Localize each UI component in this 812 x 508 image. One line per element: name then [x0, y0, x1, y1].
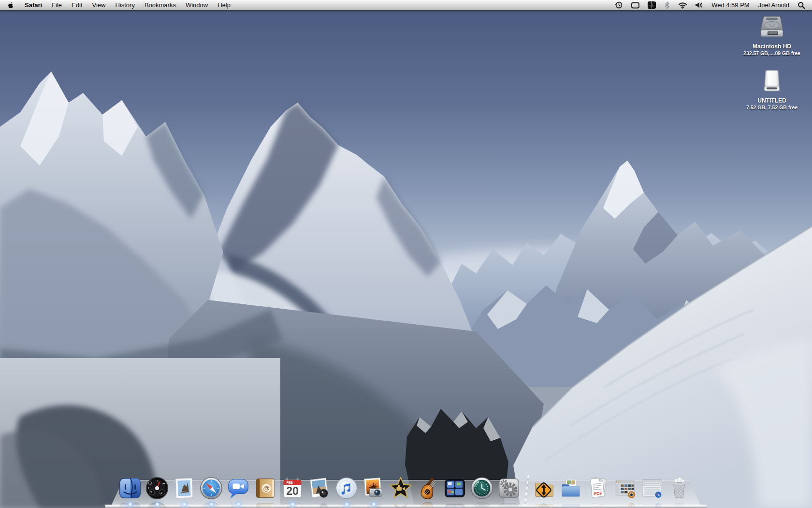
- dock-item-iphoto[interactable]: [362, 476, 386, 500]
- menu-view[interactable]: View: [87, 0, 111, 10]
- volume-icon: [695, 1, 703, 9]
- dock-item-imovie[interactable]: [389, 476, 413, 500]
- menu-app-safari[interactable]: Safari: [20, 0, 47, 10]
- volume-detail: 7.52 GB, 7.52 GB free: [736, 105, 808, 110]
- documents-stack-icon: [559, 476, 583, 500]
- address-book-icon: @: [253, 476, 277, 500]
- svg-text:+: +: [147, 486, 150, 491]
- dock-item-ichat[interactable]: [226, 476, 250, 500]
- dock-item-safari[interactable]: [199, 476, 223, 500]
- wifi-icon: [678, 1, 687, 9]
- dock-item-address-book[interactable]: @: [253, 476, 277, 500]
- volume-detail: 232.57 GB,....09 GB free: [736, 50, 808, 56]
- bluetooth-menu[interactable]: [660, 0, 674, 10]
- menu-file[interactable]: File: [47, 0, 67, 10]
- time-machine-dock-icon: [470, 476, 494, 500]
- running-indicator: [290, 502, 295, 507]
- dock: ♪ ☁ ◴ +: [110, 470, 702, 508]
- clock-menu[interactable]: Wed 4:59 PM: [707, 0, 754, 10]
- running-indicator: [182, 502, 187, 507]
- menu-help[interactable]: Help: [213, 0, 235, 10]
- spotlight-menu[interactable]: [794, 0, 809, 10]
- trash-full-icon: [667, 476, 691, 500]
- svg-text:@: @: [263, 485, 270, 492]
- internal-hard-drive-icon: [758, 15, 786, 40]
- menu-history[interactable]: History: [110, 0, 139, 10]
- dock-item-downloads-stack[interactable]: [532, 476, 556, 500]
- dashboard-icon: ♪ ☁ ◴ +: [145, 476, 169, 500]
- dock-item-itunes[interactable]: [334, 476, 359, 500]
- downloads-stack-icon: [532, 476, 556, 500]
- spotlight-icon: [798, 1, 805, 9]
- dock-item-system-preferences[interactable]: [497, 476, 521, 500]
- finder-icon: [118, 476, 142, 500]
- menu-edit[interactable]: Edit: [67, 0, 87, 10]
- apple-menu[interactable]: [0, 0, 20, 10]
- dock-item-time-machine[interactable]: [470, 476, 494, 500]
- svg-text:◴: ◴: [148, 480, 152, 485]
- ichat-icon: [226, 476, 250, 500]
- dock-item-ical[interactable]: FEB 20: [280, 476, 304, 500]
- spaces-menu[interactable]: 1: [644, 0, 660, 10]
- ichat-status-icon: [631, 1, 640, 9]
- running-indicator: [209, 502, 214, 507]
- volume-menu[interactable]: [691, 0, 707, 10]
- time-machine-menu[interactable]: [610, 0, 627, 10]
- bluetooth-icon: [664, 1, 670, 9]
- photo-booth-icon: [307, 476, 332, 500]
- mail-icon: [172, 476, 196, 500]
- menu-window[interactable]: Window: [181, 0, 213, 10]
- menu-bar: Safari File Edit View History Bookmarks …: [0, 0, 812, 11]
- running-indicator: [345, 502, 349, 507]
- dock-front-edge: [105, 505, 707, 508]
- menu-bookmarks[interactable]: Bookmarks: [140, 0, 181, 10]
- dock-item-pdf-stack[interactable]: PDF: [586, 476, 610, 500]
- running-indicator: [236, 502, 241, 507]
- dock-item-spaces[interactable]: [443, 476, 467, 500]
- ical-month: FEB: [287, 481, 293, 484]
- apple-icon: [7, 1, 14, 9]
- system-preferences-icon: [497, 476, 521, 500]
- itunes-icon: [334, 476, 359, 500]
- volume-label: Macintosh HD: [736, 43, 808, 50]
- minimized-iphoto-window-icon: [613, 476, 637, 500]
- dock-item-trash[interactable]: [667, 476, 691, 500]
- dock-item-mail[interactable]: [172, 476, 196, 500]
- menu-bar-left: Safari File Edit View History Bookmarks …: [0, 0, 235, 10]
- time-machine-icon: [614, 1, 623, 9]
- dock-item-finder[interactable]: [118, 476, 142, 500]
- removable-drive-icon: [761, 70, 783, 94]
- pdf-label: PDF: [594, 491, 603, 496]
- iphoto-icon: [362, 476, 386, 500]
- wifi-menu[interactable]: [674, 0, 691, 10]
- running-indicator: [128, 502, 132, 507]
- minimized-safari-window-icon: [640, 476, 664, 500]
- wallpaper-snowy-mountains: [0, 0, 812, 508]
- ichat-menu[interactable]: [627, 0, 644, 10]
- dock-item-minimized-safari-window[interactable]: [640, 476, 664, 500]
- dock-item-documents-stack[interactable]: [559, 476, 583, 500]
- svg-text:♪: ♪: [156, 478, 158, 483]
- imovie-icon: [389, 476, 413, 500]
- volume-untitled[interactable]: UNTITLED 7.52 GB, 7.52 GB free: [736, 70, 808, 110]
- dock-separator: [524, 474, 529, 500]
- safari-icon: [199, 476, 223, 500]
- volume-macintosh-hd[interactable]: Macintosh HD 232.57 GB,....09 GB free: [736, 15, 808, 56]
- menu-bar-status-area: 1 Wed 4:59 PM Joel Arnold: [610, 0, 812, 10]
- spaces-number: 1: [651, 2, 653, 8]
- user-menu[interactable]: Joel Arnold: [754, 0, 794, 10]
- ical-day: 20: [286, 485, 299, 497]
- dock-item-photo-booth[interactable]: [307, 476, 332, 500]
- volume-label: UNTITLED: [736, 97, 808, 104]
- running-indicator: [372, 502, 376, 507]
- dock-item-dashboard[interactable]: ♪ ☁ ◴ +: [145, 476, 169, 500]
- spaces-menu-icon: 1: [648, 1, 656, 9]
- spaces-icon: [443, 476, 467, 500]
- pdf-stack-icon: PDF: [586, 476, 610, 500]
- dock-item-minimized-iphoto-window[interactable]: [613, 476, 637, 500]
- running-indicator: [155, 502, 160, 507]
- svg-text:☁: ☁: [162, 481, 166, 485]
- ical-icon: FEB 20: [280, 476, 304, 500]
- macos-desktop: { "menu_bar": { "active_app": "Safari", …: [0, 0, 812, 508]
- dock-item-garageband[interactable]: [416, 476, 440, 500]
